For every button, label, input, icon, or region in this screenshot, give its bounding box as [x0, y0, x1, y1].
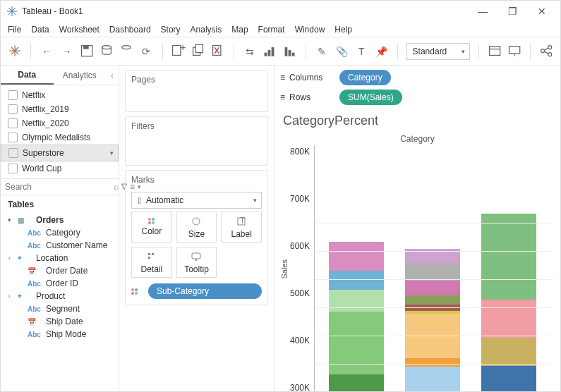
bar-furniture[interactable]: [329, 242, 384, 392]
pause-updates-button[interactable]: [119, 44, 133, 59]
field-item[interactable]: AbcSegment: [5, 302, 114, 315]
bar-segment[interactable]: [329, 374, 384, 392]
menu-story[interactable]: Story: [161, 25, 181, 35]
search-icon[interactable]: ⌕: [114, 182, 119, 192]
bar-technology[interactable]: [481, 214, 536, 392]
bar-segment[interactable]: [405, 281, 460, 296]
totals-button[interactable]: T: [354, 44, 368, 59]
refresh-button[interactable]: ⟳: [139, 44, 153, 59]
field-item[interactable]: 📅Ship Date: [5, 315, 114, 328]
show-cards-button[interactable]: [488, 44, 502, 59]
bar-segment[interactable]: [329, 242, 384, 271]
field-item[interactable]: AbcOrder ID: [5, 277, 114, 290]
field-item[interactable]: AbcCustomer Name: [5, 239, 114, 252]
y-tick: 300K: [290, 383, 310, 392]
menu-file[interactable]: File: [8, 25, 21, 35]
datasource-item[interactable]: Netflix_2019: [1, 102, 119, 116]
tab-data[interactable]: Data: [1, 66, 54, 85]
svg-rect-22: [284, 47, 287, 56]
datasource-item[interactable]: World Cup: [1, 161, 119, 176]
bar-segment[interactable]: [481, 366, 536, 392]
save-button[interactable]: [80, 44, 94, 59]
svg-rect-19: [265, 53, 267, 56]
window-minimize-button[interactable]: —: [470, 1, 495, 21]
bar-segment[interactable]: [329, 271, 384, 290]
bar-segment[interactable]: [405, 358, 460, 366]
pin-button[interactable]: 📌: [374, 44, 388, 59]
menu-format[interactable]: Format: [258, 25, 285, 35]
rows-shelf[interactable]: ≡Rows SUM(Sales): [280, 90, 555, 105]
window-maximize-button[interactable]: ❐: [500, 1, 525, 21]
duplicate-button[interactable]: [191, 44, 205, 59]
columns-shelf[interactable]: ≡Columns Category: [280, 70, 555, 85]
new-worksheet-button[interactable]: +: [171, 44, 185, 59]
pill-sum-sales[interactable]: SUM(Sales): [339, 90, 402, 105]
pages-shelf[interactable]: Pages: [125, 70, 268, 112]
new-datasource-button[interactable]: [99, 44, 114, 59]
datasource-item[interactable]: Netflix_2020: [1, 116, 119, 130]
field-item[interactable]: ›⌖Product: [5, 290, 114, 302]
menu-map[interactable]: Map: [231, 25, 248, 35]
menu-worksheet[interactable]: Worksheet: [59, 25, 99, 35]
color-button[interactable]: Color: [131, 212, 172, 243]
share-button[interactable]: [539, 44, 553, 59]
tab-analytics[interactable]: Analytics: [54, 66, 107, 85]
mark-type-dropdown[interactable]: ⫿Automatic: [131, 192, 262, 209]
field-item[interactable]: AbcCategory: [5, 226, 114, 239]
y-axis: 800K700K600K500K400K300K: [290, 145, 314, 392]
menu-data[interactable]: Data: [31, 25, 49, 35]
sort-desc-button[interactable]: [283, 44, 297, 59]
bar-segment[interactable]: [481, 214, 536, 300]
field-item[interactable]: AbcShip Mode: [5, 328, 114, 341]
marks-header: Marks: [126, 171, 267, 189]
table-row[interactable]: ▾▦Orders: [5, 214, 114, 226]
datasource-icon: [8, 118, 18, 128]
sort-asc-button[interactable]: [263, 44, 277, 59]
group-button[interactable]: 📎: [334, 44, 349, 59]
menu-analysis[interactable]: Analysis: [191, 25, 222, 35]
bar-office-supplies[interactable]: [405, 249, 460, 392]
plot-area[interactable]: [314, 145, 553, 392]
pill-sub-category[interactable]: Sub-Category: [148, 283, 262, 299]
tableau-logo-icon[interactable]: [8, 44, 22, 59]
size-button[interactable]: Size: [176, 212, 217, 243]
bar-segment[interactable]: [481, 338, 536, 366]
color-pill-row[interactable]: Sub-Category: [131, 283, 262, 299]
forward-button[interactable]: →: [59, 44, 73, 59]
bar-segment[interactable]: [405, 367, 460, 392]
bar-segment[interactable]: [329, 290, 384, 312]
field-item[interactable]: ›⌖Location: [5, 252, 114, 264]
presentation-button[interactable]: [507, 44, 521, 59]
field-item[interactable]: 📅Order Date: [5, 264, 114, 277]
collapse-pane-icon[interactable]: ‹: [106, 66, 119, 85]
menu-dashboard[interactable]: Dashboard: [109, 25, 151, 35]
field-search-input[interactable]: [5, 182, 111, 192]
bar-segment[interactable]: [329, 312, 384, 374]
bar-segment[interactable]: [405, 263, 460, 280]
bar-segment[interactable]: [405, 295, 460, 305]
tooltip-button[interactable]: Tooltip: [176, 247, 217, 278]
bar-segment[interactable]: [481, 300, 536, 338]
pill-category[interactable]: Category: [339, 70, 391, 85]
window-close-button[interactable]: ✕: [529, 1, 555, 21]
y-tick: 700K: [290, 194, 310, 204]
svg-rect-21: [272, 47, 275, 56]
datasource-item[interactable]: Olympic Medalists: [1, 130, 119, 145]
back-button[interactable]: ←: [40, 44, 54, 59]
fit-dropdown[interactable]: Standard: [406, 43, 470, 60]
clear-button[interactable]: [211, 44, 225, 59]
filters-shelf[interactable]: Filters: [125, 116, 268, 166]
tables-header: Tables: [1, 195, 119, 214]
datasource-item-selected[interactable]: Superstore: [1, 145, 119, 161]
menu-window[interactable]: Window: [295, 25, 325, 35]
menu-help[interactable]: Help: [334, 25, 352, 35]
swap-button[interactable]: ⇆: [243, 44, 257, 59]
svg-rect-20: [268, 50, 271, 56]
columns-icon: ≡: [280, 73, 285, 82]
label-button[interactable]: TLabel: [221, 212, 262, 243]
detail-button[interactable]: Detail: [131, 247, 172, 278]
sheet-title[interactable]: CategoryPercent: [275, 109, 560, 133]
highlight-button[interactable]: ✎: [315, 44, 329, 59]
datasource-item[interactable]: Netflix: [1, 88, 119, 102]
svg-rect-37: [148, 253, 150, 255]
